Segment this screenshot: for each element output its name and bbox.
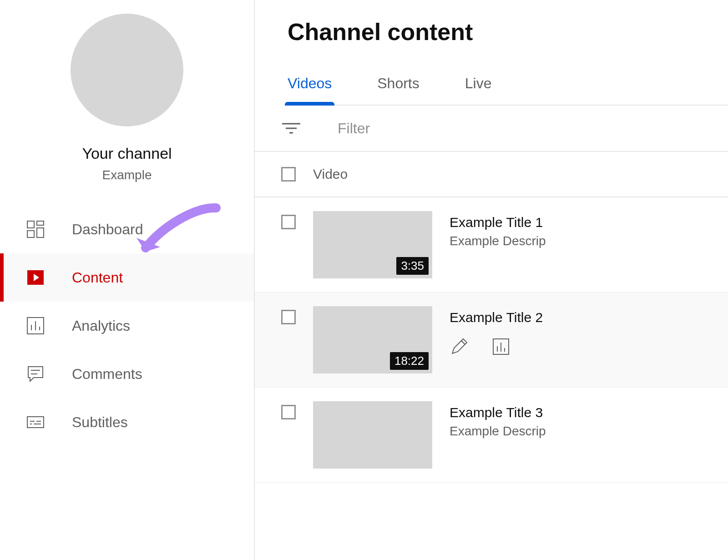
filter-bar bbox=[255, 106, 728, 152]
sidebar-nav: Dashboard Content Analytics Comme bbox=[0, 205, 254, 446]
duration-badge: 3:35 bbox=[396, 257, 429, 275]
row-checkbox[interactable] bbox=[281, 405, 296, 419]
video-title: Example Title 1 bbox=[450, 215, 728, 230]
main-panel: Channel content Videos Shorts Live Video… bbox=[255, 0, 728, 560]
svg-rect-0 bbox=[27, 221, 34, 228]
video-meta: Example Title 3 Example Descrip bbox=[450, 401, 728, 439]
svg-rect-3 bbox=[27, 231, 34, 237]
video-meta: Example Title 1 Example Descrip bbox=[450, 211, 728, 248]
edit-icon[interactable] bbox=[450, 337, 469, 356]
sidebar-item-content[interactable]: Content bbox=[0, 253, 254, 302]
comments-icon bbox=[26, 365, 45, 383]
content-icon bbox=[26, 268, 45, 287]
video-title: Example Title 2 bbox=[450, 310, 728, 325]
filter-icon[interactable] bbox=[281, 118, 301, 138]
video-description: Example Descrip bbox=[450, 424, 728, 439]
channel-profile: Your channel Example bbox=[0, 0, 254, 182]
table-row[interactable]: 18:22 Example Title 2 bbox=[255, 293, 728, 388]
row-checkbox[interactable] bbox=[281, 215, 296, 229]
tab-live[interactable]: Live bbox=[465, 75, 492, 105]
subtitles-icon bbox=[26, 413, 45, 431]
svg-rect-2 bbox=[37, 228, 44, 237]
channel-name: Example bbox=[102, 168, 152, 182]
table-row[interactable]: Example Title 3 Example Descrip bbox=[255, 388, 728, 483]
select-all-checkbox[interactable] bbox=[281, 167, 296, 182]
dashboard-icon bbox=[26, 220, 45, 238]
tab-shorts[interactable]: Shorts bbox=[377, 75, 419, 105]
duration-badge: 18:22 bbox=[390, 352, 429, 370]
your-channel-label: Your channel bbox=[82, 145, 172, 162]
analytics-icon[interactable] bbox=[491, 337, 511, 356]
sidebar-item-dashboard[interactable]: Dashboard bbox=[0, 205, 254, 253]
sidebar-item-label: Comments bbox=[72, 366, 142, 383]
svg-rect-10 bbox=[27, 417, 44, 428]
sidebar-item-label: Analytics bbox=[72, 318, 130, 334]
analytics-icon bbox=[26, 317, 45, 335]
page-title: Channel content bbox=[288, 18, 728, 45]
sidebar-item-label: Content bbox=[72, 269, 123, 286]
sidebar-item-analytics[interactable]: Analytics bbox=[0, 302, 254, 350]
row-actions bbox=[450, 337, 728, 356]
content-tabs: Videos Shorts Live bbox=[288, 75, 728, 106]
video-thumbnail[interactable] bbox=[313, 401, 432, 469]
table-row[interactable]: 3:35 Example Title 1 Example Descrip bbox=[255, 197, 728, 293]
video-thumbnail[interactable]: 18:22 bbox=[313, 306, 432, 373]
sidebar-item-label: Subtitles bbox=[72, 414, 128, 431]
table-header: Video bbox=[255, 152, 728, 197]
video-description: Example Descrip bbox=[450, 234, 728, 248]
video-meta: Example Title 2 bbox=[450, 306, 728, 356]
column-header-video: Video bbox=[313, 166, 348, 182]
svg-rect-1 bbox=[37, 221, 44, 225]
tab-videos[interactable]: Videos bbox=[288, 75, 332, 105]
video-title: Example Title 3 bbox=[450, 405, 728, 420]
sidebar-item-subtitles[interactable]: Subtitles bbox=[0, 398, 254, 446]
avatar[interactable] bbox=[71, 14, 183, 126]
svg-line-18 bbox=[461, 341, 465, 344]
sidebar-item-label: Dashboard bbox=[72, 221, 143, 238]
filter-input[interactable] bbox=[337, 120, 728, 137]
sidebar: Your channel Example Dashboard Content bbox=[0, 0, 255, 560]
row-checkbox[interactable] bbox=[281, 310, 296, 324]
sidebar-item-comments[interactable]: Comments bbox=[0, 350, 254, 398]
video-thumbnail[interactable]: 3:35 bbox=[313, 211, 432, 278]
